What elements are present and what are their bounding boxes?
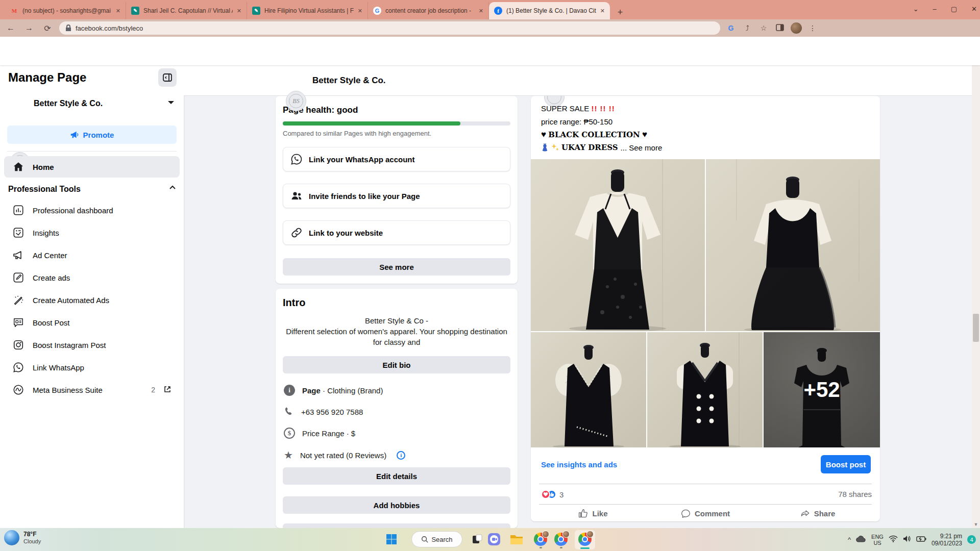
see-more-link[interactable]: ... See more	[621, 143, 663, 152]
create-ads-pencil-icon	[12, 271, 24, 284]
link-icon	[290, 227, 303, 239]
tray-expand-icon[interactable]: ^	[848, 536, 851, 543]
post-photo-1[interactable]	[531, 159, 705, 331]
rating-info-icon[interactable]: i	[397, 451, 405, 460]
language-indicator[interactable]: ENGUS	[871, 534, 884, 546]
reactions-summary[interactable]: 3	[541, 490, 564, 499]
friends-icon	[290, 190, 303, 202]
window-menu-icon[interactable]: ⌄	[913, 5, 919, 13]
browser-tab-facebook-active[interactable]: f (1) Better Style & Co. | Davao Cit ✕	[489, 2, 610, 19]
task-view-icon	[472, 534, 483, 545]
reload-icon[interactable]: ⟳	[41, 23, 54, 33]
see-more-button[interactable]: See more	[283, 258, 510, 276]
taskbar-search[interactable]: Search	[411, 531, 462, 547]
share-icon[interactable]: ⤴	[742, 24, 753, 32]
system-tray: ^ ENGUS 9:21 pm09/01/2023 4	[848, 528, 976, 551]
section-collapse-chevron-icon[interactable]	[168, 184, 177, 194]
post-photo-3[interactable]	[531, 332, 646, 447]
clock-date[interactable]: 9:21 pm09/01/2023	[932, 533, 962, 547]
window-minimize-icon[interactable]: –	[933, 5, 937, 13]
chrome-active-icon-wrap[interactable]	[578, 532, 592, 546]
browser-tab-onlinejobs[interactable]: ✎ Shari Jeil C. Capotulan // Virtual A ✕	[126, 2, 247, 19]
notification-center-badge[interactable]: 4	[967, 535, 976, 544]
sidebar-item-home[interactable]: Home	[4, 156, 180, 178]
collapse-sidebar-button[interactable]	[158, 68, 177, 87]
profile-avatar	[562, 531, 570, 538]
share-button[interactable]: Share	[762, 506, 874, 520]
google-favicon: G	[373, 7, 381, 15]
sidebar-item-ad-center[interactable]: Ad Center	[4, 244, 180, 266]
file-explorer-button[interactable]	[509, 532, 524, 546]
external-link-icon	[163, 385, 172, 395]
post-text-line3: ♥ BLACK COLLECTION ♥	[541, 130, 647, 140]
sidebar-item-boost-instagram-post[interactable]: Boost Instagram Post	[4, 334, 180, 356]
more-photos-overlay: +52	[764, 332, 880, 447]
gmail-favicon: M	[10, 7, 18, 15]
tab-close-icon[interactable]: ✕	[600, 8, 605, 14]
window-close-icon[interactable]: ✕	[971, 5, 977, 13]
black-heart-emoji: ♥	[642, 130, 647, 139]
task-view-button[interactable]	[470, 532, 484, 546]
sidebar-item-meta-business-suite[interactable]: Meta Business Suite 2	[4, 379, 180, 401]
browser-menu-icon[interactable]: ⋮	[807, 24, 818, 32]
page-scrollbar[interactable]: ▲ ▼	[972, 37, 980, 528]
sidebar-item-create-ads[interactable]: Create ads	[4, 266, 180, 289]
wifi-icon[interactable]	[889, 535, 898, 544]
browser-profile-avatar[interactable]	[791, 22, 802, 34]
chrome-window-1-button[interactable]	[533, 532, 548, 546]
tab-title: content creator job description -	[385, 7, 475, 14]
browser-tab-google-search[interactable]: G content creator job description - ✕	[368, 2, 489, 19]
chrome-window-2-button[interactable]	[554, 532, 568, 546]
browser-tab-gmail[interactable]: M (no subject) - sosharights@gmai ✕	[5, 2, 126, 19]
tab-close-icon[interactable]: ✕	[358, 8, 362, 14]
sidebar-item-link-whatsapp[interactable]: Link WhatsApp	[4, 356, 180, 379]
see-insights-link[interactable]: See insights and ads	[541, 460, 617, 469]
tray-date: 09/01/2023	[932, 540, 962, 547]
promote-button[interactable]: Promote	[7, 126, 177, 144]
partially-visible-button[interactable]	[283, 523, 510, 528]
card-link-website[interactable]: Link to your website	[283, 220, 510, 245]
page-avatar[interactable]: BS	[286, 91, 306, 111]
address-bar[interactable]: facebook.com/bstyleco	[59, 21, 720, 35]
edit-details-button[interactable]: Edit details	[283, 467, 510, 485]
new-tab-button[interactable]: +	[613, 5, 627, 19]
add-hobbies-button[interactable]: Add hobbies	[283, 496, 510, 514]
sidebar-item-insights[interactable]: Insights	[4, 221, 180, 244]
like-button[interactable]: Like	[537, 506, 649, 520]
google-account-icon[interactable]: G	[725, 24, 737, 32]
tab-close-icon[interactable]: ✕	[237, 8, 241, 14]
teams-chat-button[interactable]	[487, 532, 501, 546]
card-link-whatsapp[interactable]: Link your WhatsApp account	[283, 147, 510, 171]
tab-close-icon[interactable]: ✕	[479, 8, 483, 14]
window-maximize-icon[interactable]: ▢	[951, 5, 957, 13]
start-button[interactable]	[384, 532, 399, 546]
page-title: Better Style & Co.	[312, 76, 386, 86]
edit-bio-button[interactable]: Edit bio	[283, 356, 510, 373]
collapse-panel-icon	[163, 73, 172, 82]
browser-tab-hire-va[interactable]: ✎ Hire Filipino Virtual Assistants | F ✕	[247, 2, 368, 19]
card-invite-friends[interactable]: Invite friends to like your Page	[283, 184, 510, 208]
bio-line: Different selection of women's apparel. …	[283, 326, 510, 337]
battery-icon[interactable]	[916, 536, 926, 544]
page-switcher-chevron-icon[interactable]	[166, 98, 176, 109]
volume-icon[interactable]	[903, 535, 911, 544]
post-photo-2[interactable]	[706, 159, 880, 331]
scroll-down-icon[interactable]: ▼	[972, 522, 980, 527]
back-icon[interactable]: ←	[4, 23, 17, 33]
post-text-line4: UKAY DRESS ... See more	[541, 143, 662, 152]
sidebar-item-create-automated-ads[interactable]: Create Automated Ads	[4, 289, 180, 311]
comment-button[interactable]: Comment	[649, 506, 762, 520]
forward-icon[interactable]: →	[22, 23, 36, 33]
bookmark-star-icon[interactable]: ☆	[758, 24, 769, 32]
side-panel-icon[interactable]	[774, 24, 786, 33]
onedrive-cloud-icon[interactable]	[856, 535, 866, 544]
taskbar-weather-widget[interactable]: 78°F Cloudy	[4, 530, 41, 545]
share-count[interactable]: 78 shares	[838, 490, 872, 498]
scrollbar-thumb[interactable]	[973, 314, 979, 342]
boost-post-button[interactable]: Boost post	[821, 455, 871, 473]
post-photo-4[interactable]	[647, 332, 763, 447]
tab-close-icon[interactable]: ✕	[116, 8, 120, 14]
post-photo-more[interactable]: +52	[764, 332, 880, 447]
sidebar-item-professional-dashboard[interactable]: Professional dashboard	[4, 199, 180, 221]
sidebar-item-boost-post[interactable]: Boost Post	[4, 311, 180, 334]
